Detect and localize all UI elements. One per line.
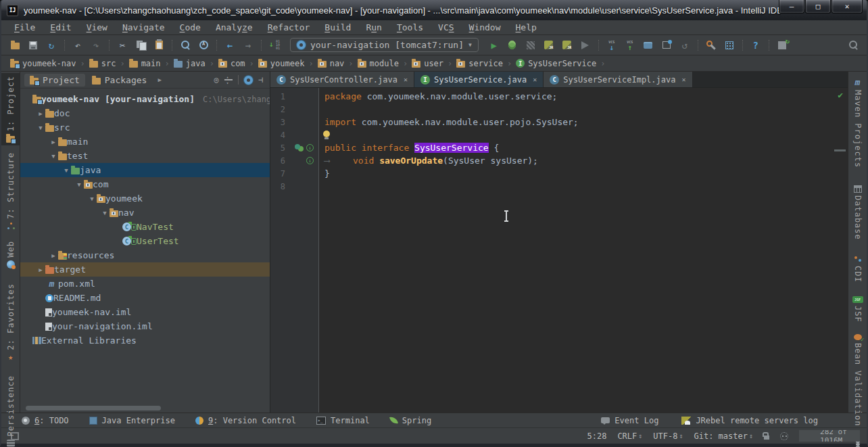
- tree-row-resources[interactable]: ▶resources: [20, 248, 270, 262]
- tree-row-your-navigation-iml[interactable]: your-navigation.iml: [20, 319, 270, 333]
- rollback-icon[interactable]: ↺: [677, 38, 693, 53]
- chevron-open-icon[interactable]: ▼: [36, 124, 45, 131]
- tree-row-youmeek[interactable]: ▼youmeek: [20, 191, 270, 206]
- hide-panel-icon[interactable]: ⊣: [258, 75, 263, 85]
- search-everywhere-icon[interactable]: [845, 38, 861, 53]
- cut-icon[interactable]: ✂: [114, 38, 130, 53]
- collapse-all-icon[interactable]: [224, 76, 233, 84]
- tree-row-youmeek-nav-your-navigation-[interactable]: youmeek-nav [your-navigation]C:\Users\zh…: [20, 92, 270, 106]
- vcs-update-icon[interactable]: [604, 38, 620, 53]
- project-panel-tab-project[interactable]: Project: [24, 74, 85, 87]
- tree-row-test[interactable]: ▼test: [20, 149, 270, 163]
- tree-row-doc[interactable]: ▶doc: [20, 106, 270, 120]
- project-panel-tab-packages[interactable]: Packages: [87, 74, 153, 87]
- tree-row-navtest[interactable]: NavTest: [20, 220, 270, 234]
- vcs-changes-icon[interactable]: [658, 38, 675, 53]
- tool-window-button-spring[interactable]: Spring: [390, 416, 431, 425]
- menu-item-code[interactable]: Code: [172, 22, 208, 32]
- tree-row-nav[interactable]: ▼nav: [20, 206, 270, 220]
- panel-expand-arrow-icon[interactable]: ▶: [153, 76, 165, 83]
- tree-row-com[interactable]: ▼com: [20, 177, 270, 191]
- synchronize-icon[interactable]: ↻: [43, 38, 59, 53]
- tool-window-button-terminal[interactable]: Terminal: [316, 416, 370, 425]
- memory-indicator[interactable]: 282 of 1016M: [799, 430, 860, 442]
- breadcrumb-item-com[interactable]: com: [216, 59, 247, 68]
- tree-row-target[interactable]: ▶target: [20, 262, 270, 277]
- menu-item-window[interactable]: Window: [462, 22, 508, 32]
- forward-icon[interactable]: →: [240, 38, 256, 53]
- chevron-closed-icon[interactable]: ▶: [36, 110, 45, 117]
- tab-close-icon[interactable]: ✕: [681, 76, 685, 83]
- overridden-marker-icon[interactable]: [295, 144, 300, 149]
- panel-settings-icon[interactable]: [244, 76, 253, 85]
- run-icon[interactable]: ▶: [486, 38, 502, 53]
- tree-row-src[interactable]: ▼src: [20, 120, 270, 135]
- open-icon[interactable]: [7, 38, 23, 53]
- project-tree[interactable]: youmeek-nav [your-navigation]C:\Users\zh…: [20, 89, 270, 413]
- error-stripe-mark[interactable]: [834, 149, 846, 151]
- git-branch-widget[interactable]: Git: master⇕: [694, 431, 753, 441]
- jrebel-debug-icon[interactable]: [559, 38, 575, 53]
- help-icon[interactable]: ?: [748, 38, 764, 53]
- breadcrumb-item-youmeek[interactable]: youmeek: [256, 59, 307, 68]
- menu-item-tools[interactable]: Tools: [389, 22, 431, 32]
- tool-window-button-persistence[interactable]: Persistence: [5, 373, 17, 447]
- run-configuration-combo[interactable]: your-navigation [tomcat7:run]▼: [290, 38, 479, 52]
- project-structure-icon[interactable]: [721, 38, 738, 53]
- implemented-marker-icon[interactable]: ↓: [306, 144, 314, 151]
- menu-item-file[interactable]: File: [7, 22, 43, 32]
- chevron-open-icon[interactable]: ▼: [87, 195, 97, 202]
- editor-tab-sysuserservice.java[interactable]: ISysUserService.java✕: [414, 72, 544, 87]
- paste-icon[interactable]: [151, 38, 167, 53]
- breadcrumb-item-service[interactable]: service: [454, 59, 505, 68]
- compare-with-lines-icon[interactable]: [266, 38, 283, 53]
- locate-icon[interactable]: ◎: [214, 75, 219, 85]
- jrebel-run-icon[interactable]: [541, 38, 557, 53]
- implemented-marker-icon[interactable]: ↓: [306, 157, 314, 164]
- back-icon[interactable]: ←: [222, 38, 238, 53]
- stop-icon[interactable]: [577, 38, 594, 53]
- tab-close-icon[interactable]: ✕: [533, 76, 537, 83]
- breadcrumb-item-module[interactable]: module: [356, 59, 401, 68]
- tool-window-button-java-enterprise[interactable]: Java Enterprise: [89, 416, 175, 425]
- event-log-button[interactable]: Event Log: [601, 416, 658, 425]
- debug-icon[interactable]: [504, 38, 521, 53]
- chevron-open-icon[interactable]: ▼: [74, 181, 84, 188]
- horizontal-scrollbar[interactable]: [26, 406, 161, 410]
- chevron-closed-icon[interactable]: ▶: [36, 266, 45, 273]
- breadcrumb-item-user[interactable]: user: [410, 59, 445, 68]
- tool-window-button-1-project[interactable]: 1: Project: [1, 73, 20, 145]
- editor-tab-sysusercontroller.java[interactable]: CSysUserController.java✕: [270, 72, 414, 87]
- breadcrumb-item-sysuserservice[interactable]: SysUserService: [514, 59, 598, 68]
- vcs-history-icon[interactable]: [640, 38, 656, 53]
- tree-row-youmeek-nav-iml[interactable]: youmeek-nav.iml: [20, 305, 270, 319]
- minimize-button[interactable]: —: [779, 0, 804, 14]
- editor-tab-sysuserserviceimpl.java[interactable]: CSysUserServiceImpl.java✕: [544, 72, 692, 87]
- jrebel-remote-servers-log-button[interactable]: JRebel remote servers log: [681, 416, 818, 425]
- copy-icon[interactable]: [132, 38, 149, 53]
- tree-row-external-libraries[interactable]: External Libraries: [20, 333, 270, 348]
- line-separator-widget[interactable]: CRLF⇕: [617, 431, 642, 441]
- tree-row-usertest[interactable]: UserTest: [20, 234, 270, 248]
- tree-row-java[interactable]: ▼java: [20, 163, 270, 177]
- tool-window-button-jsf[interactable]: JSF: [851, 293, 865, 325]
- breadcrumb-item-nav[interactable]: nav: [316, 59, 347, 68]
- tool-window-button-web[interactable]: Web: [5, 238, 17, 271]
- chevron-open-icon[interactable]: ▼: [100, 210, 110, 216]
- chevron-closed-icon[interactable]: ▶: [49, 252, 58, 259]
- menu-item-edit[interactable]: Edit: [43, 22, 78, 32]
- breadcrumb-item-src[interactable]: src: [87, 59, 118, 68]
- menu-item-navigate[interactable]: Navigate: [115, 22, 172, 32]
- readonly-lock-icon[interactable]: [764, 436, 769, 440]
- tool-window-button-cdi[interactable]: CDI: [852, 252, 864, 285]
- find-icon[interactable]: [177, 38, 193, 53]
- chevron-open-icon[interactable]: ▼: [62, 167, 71, 174]
- code-area[interactable]: package com.youmeek.nav.module.user.serv…: [319, 88, 848, 413]
- chevron-open-icon[interactable]: ▼: [49, 153, 58, 160]
- title-bar[interactable]: IJ youmeek-nav - [C:\Users\zhangchaohuan…: [1, 0, 867, 20]
- redo-icon[interactable]: ↷: [88, 38, 104, 53]
- jrebel-sync-icon[interactable]: [774, 38, 790, 53]
- intention-bulb-icon[interactable]: [323, 131, 330, 137]
- run-with-coverage-icon[interactable]: [523, 38, 539, 53]
- tree-row-main[interactable]: ▶main: [20, 135, 270, 149]
